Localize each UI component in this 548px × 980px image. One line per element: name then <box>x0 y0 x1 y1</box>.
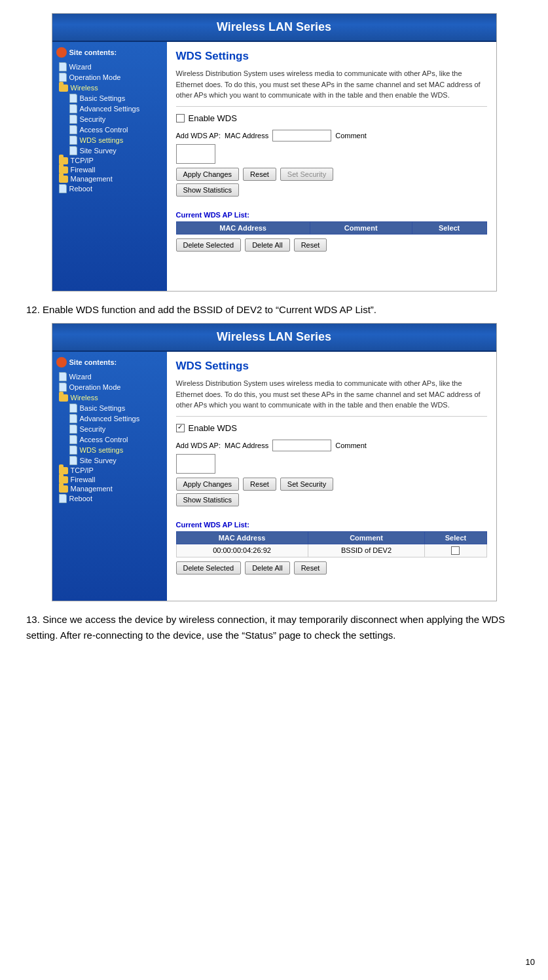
sidebar-item-label: Site Survey <box>80 457 117 464</box>
show-statistics-button-2[interactable]: Show Statistics <box>176 493 240 506</box>
sidebar-item-label: Management <box>71 175 113 183</box>
folder-icon <box>59 157 68 164</box>
sidebar-item-label: Advanced Settings <box>80 415 140 423</box>
router-header-1: Wireless LAN Series <box>52 14 496 42</box>
sidebar-title-1: Site contents: <box>56 47 163 58</box>
sidebar-item-label: WDS settings <box>80 136 124 144</box>
sidebar-item-advanced-settings[interactable]: Advanced Settings <box>67 104 163 114</box>
sidebar-item-advanced-settings-2[interactable]: Advanced Settings <box>67 413 163 424</box>
apply-changes-button-1[interactable]: Apply Changes <box>176 168 240 181</box>
sidebar-item-label: Wireless <box>71 394 98 402</box>
sidebar-item-site-survey[interactable]: Site Survey <box>67 145 163 156</box>
folder-icon <box>59 85 68 92</box>
delete-selected-button-1[interactable]: Delete Selected <box>176 238 242 252</box>
doc-icon <box>69 146 77 155</box>
doc-icon <box>59 494 67 503</box>
table-btn-row-2: Delete Selected Delete All Reset <box>176 561 487 575</box>
sidebar-item-wds-settings-2[interactable]: WDS settings <box>67 445 163 455</box>
mac-address-input-2[interactable] <box>272 440 331 451</box>
btn-row-3: Apply Changes Reset Set Security <box>176 478 487 491</box>
table-row: 00:00:00:04:26:92 BSSID of DEV2 <box>176 544 486 557</box>
sidebar-item-wizard-2[interactable]: Wizard <box>56 371 163 382</box>
sidebar-group-wireless-title[interactable]: Wireless <box>59 83 163 93</box>
reset-button-1[interactable]: Reset <box>243 168 276 181</box>
enable-wds-label-1: Enable WDS <box>189 113 237 123</box>
table-reset-button-2[interactable]: Reset <box>294 561 327 575</box>
apply-changes-button-2[interactable]: Apply Changes <box>176 478 240 491</box>
sidebar-item-label: WDS settings <box>80 446 124 454</box>
reset-button-2[interactable]: Reset <box>243 478 276 491</box>
enable-wds-label-2: Enable WDS <box>189 423 237 433</box>
show-statistics-button-1[interactable]: Show Statistics <box>176 183 240 197</box>
doc-icon <box>69 94 77 103</box>
delete-all-button-2[interactable]: Delete All <box>245 561 289 575</box>
sidebar-item-wizard[interactable]: Wizard <box>56 62 163 72</box>
wireless-subitems: Basic Settings Advanced Settings Securit… <box>59 93 163 156</box>
sidebar-item-security[interactable]: Security <box>67 114 163 124</box>
router-body-1: Site contents: Wizard Operation Mode Wir… <box>52 42 496 291</box>
add-ap-label-2: Add WDS AP: <box>176 442 221 449</box>
add-ap-row-2: Add WDS AP: MAC Address Comment <box>176 440 487 451</box>
sidebar-item-security-2[interactable]: Security <box>67 424 163 434</box>
step-12-number: 12. <box>26 304 40 315</box>
add-ap-label: Add WDS AP: <box>176 132 221 140</box>
doc-icon <box>69 435 77 444</box>
sidebar-item-operation-mode-2[interactable]: Operation Mode <box>56 382 163 392</box>
sidebar-item-management-2[interactable]: Management <box>56 484 163 493</box>
sidebar-item-tcpip[interactable]: TCP/IP <box>56 156 163 165</box>
step-13-text: 13. Since we access the device by wirele… <box>26 612 522 643</box>
table-header-mac-1: MAC Address <box>176 221 310 234</box>
folder-icon <box>59 476 68 483</box>
folder-icon <box>59 166 68 174</box>
row-select-checkbox[interactable] <box>451 546 460 555</box>
sidebar-item-label: Advanced Settings <box>80 105 140 113</box>
sidebar-item-site-survey-2[interactable]: Site Survey <box>67 455 163 466</box>
sidebar-item-access-control[interactable]: Access Control <box>67 124 163 135</box>
comment-textarea-1[interactable] <box>176 144 215 164</box>
router-header-2: Wireless LAN Series <box>52 324 496 352</box>
enable-wds-checkbox-1[interactable] <box>176 114 185 122</box>
delete-all-button-1[interactable]: Delete All <box>245 238 289 252</box>
set-security-button-1[interactable]: Set Security <box>280 168 333 181</box>
sidebar-item-label: Firewall <box>71 476 96 483</box>
sidebar-item-wds-settings[interactable]: WDS settings <box>67 135 163 145</box>
sidebar-item-basic-settings[interactable]: Basic Settings <box>67 93 163 104</box>
sidebar-item-label: Operation Mode <box>69 383 121 391</box>
sidebar-item-basic-settings-2[interactable]: Basic Settings <box>67 403 163 413</box>
folder-icon <box>59 176 68 183</box>
description-1: Wireless Distribution System uses wirele… <box>176 68 487 107</box>
sidebar-item-tcpip-2[interactable]: TCP/IP <box>56 466 163 475</box>
router-body-2: Site contents: Wizard Operation Mode Wir… <box>52 352 496 601</box>
sidebar-item-reboot[interactable]: Reboot <box>56 183 163 194</box>
sidebar-group-wireless-title-2[interactable]: Wireless <box>59 392 163 403</box>
sidebar-item-firewall[interactable]: Firewall <box>56 165 163 174</box>
current-list-label-1: Current WDS AP List: <box>176 211 487 219</box>
sidebar-item-firewall-2[interactable]: Firewall <box>56 475 163 484</box>
comment-textarea-2[interactable] <box>176 454 215 474</box>
header-title-1: Wireless LAN Series <box>217 20 331 33</box>
btn-row-4: Show Statistics <box>176 493 487 506</box>
description-2: Wireless Distribution System uses wirele… <box>176 378 487 417</box>
doc-icon <box>59 383 67 392</box>
doc-icon <box>69 136 77 145</box>
mac-address-input-1[interactable] <box>272 130 331 141</box>
sidebar-item-operation-mode[interactable]: Operation Mode <box>56 72 163 83</box>
delete-selected-button-2[interactable]: Delete Selected <box>176 561 242 575</box>
table-header-comment-2: Comment <box>308 531 425 544</box>
sidebar-item-label: TCP/IP <box>71 157 94 164</box>
sidebar-item-management[interactable]: Management <box>56 174 163 183</box>
step-13-number: 13. <box>26 614 40 625</box>
sidebar-item-label: Wireless <box>71 84 98 92</box>
sidebar-item-reboot-2[interactable]: Reboot <box>56 493 163 504</box>
sidebar-item-label: Wizard <box>69 63 92 71</box>
step-12-label: Enable WDS function and add the BSSID of… <box>43 304 376 315</box>
enable-wds-checkbox-2[interactable] <box>176 424 185 432</box>
sidebar-item-label: Management <box>71 485 113 493</box>
table-reset-button-1[interactable]: Reset <box>294 238 327 252</box>
wds-table-1: MAC Address Comment Select <box>176 221 487 235</box>
sidebar-item-access-control-2[interactable]: Access Control <box>67 434 163 445</box>
doc-icon <box>59 372 67 381</box>
set-security-button-2[interactable]: Set Security <box>280 478 333 491</box>
doc-icon <box>59 184 67 193</box>
sidebar-item-label: Security <box>80 115 106 123</box>
